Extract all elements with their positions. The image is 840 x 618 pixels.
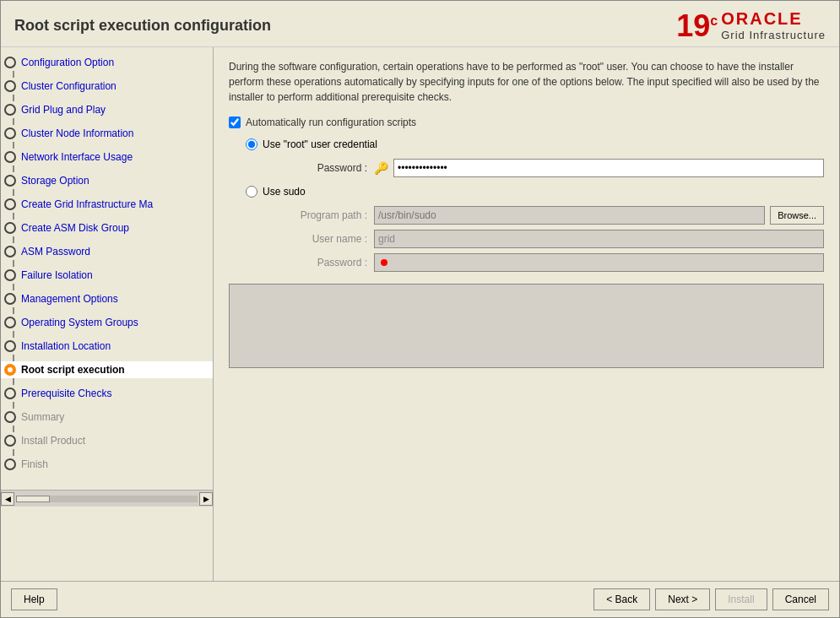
sidebar-connector: [13, 236, 14, 243]
sidebar-item-grid-plug-and-play[interactable]: Grid Plug and Play: [1, 101, 213, 118]
sidebar-dot: [4, 127, 16, 139]
sidebar-dot: [4, 269, 16, 281]
sidebar-item-operating-system-groups[interactable]: Operating System Groups: [1, 314, 213, 331]
program-path-input[interactable]: [374, 206, 765, 225]
sidebar-connector: [13, 402, 14, 409]
sidebar-dot: [4, 388, 16, 399]
content-area: During the software configuration, certa…: [214, 47, 839, 581]
sidebar-connector: [13, 142, 14, 149]
user-name-row: [374, 230, 824, 248]
main-content: Configuration Option Cluster Configurati…: [1, 47, 839, 581]
back-button[interactable]: < Back: [593, 588, 650, 610]
sidebar-item-cluster-node-information[interactable]: Cluster Node Information: [1, 125, 213, 142]
main-window: Root script execution configuration 19c …: [0, 0, 840, 618]
sidebar-connector: [13, 71, 14, 78]
program-path-label: Program path :: [266, 209, 367, 221]
sidebar-dot: [4, 80, 16, 92]
sidebar-item-configuration-option[interactable]: Configuration Option: [1, 54, 213, 71]
sidebar-item-network-interface-usage[interactable]: Network Interface Usage: [1, 149, 213, 165]
sidebar-item-installation-location[interactable]: Installation Location: [1, 338, 213, 355]
sidebar-dot: [4, 222, 16, 234]
sidebar-dot: [4, 317, 16, 328]
use-root-radio[interactable]: [246, 138, 257, 150]
sudo-password-input[interactable]: [374, 253, 824, 272]
sidebar-connector: [13, 284, 14, 290]
sidebar-dot: [4, 458, 16, 470]
sidebar-item-asm-password[interactable]: ASM Password: [1, 243, 213, 260]
sidebar-connector: [13, 426, 14, 432]
use-sudo-radio[interactable]: [246, 186, 257, 198]
radio-section: Use "root" user credential Password : 🔑 …: [246, 138, 824, 272]
sudo-password-label: Password :: [266, 257, 367, 268]
sidebar-item-label[interactable]: Grid Plug and Play: [21, 104, 106, 116]
sidebar-item-prerequisite-checks[interactable]: Prerequisite Checks: [1, 385, 213, 402]
use-sudo-radio-row: Use sudo: [246, 186, 824, 198]
sidebar-item-label[interactable]: Management Options: [21, 293, 118, 305]
sidebar-dot-active: [4, 364, 16, 376]
sidebar-connector: [13, 307, 14, 314]
sidebar-dot: [4, 151, 16, 163]
user-name-input[interactable]: [374, 230, 824, 248]
sudo-form-grid: Program path : Browse... User name : Pas…: [266, 206, 824, 272]
sidebar-item-label[interactable]: Create ASM Disk Group: [21, 222, 129, 234]
sidebar-dot: [4, 57, 16, 68]
use-root-label[interactable]: Use "root" user credential: [263, 138, 377, 150]
sidebar-item-create-asm-disk-group[interactable]: Create ASM Disk Group: [1, 220, 213, 236]
sidebar-item-label[interactable]: Prerequisite Checks: [21, 388, 111, 399]
sidebar-item-label[interactable]: Create Grid Infrastructure Ma: [21, 198, 153, 210]
password-input-row: 🔑: [374, 159, 824, 177]
sidebar-item-label[interactable]: Cluster Node Information: [21, 127, 133, 139]
use-sudo-label[interactable]: Use sudo: [263, 186, 306, 198]
sidebar-item-storage-option[interactable]: Storage Option: [1, 172, 213, 189]
sudo-password-row: [374, 253, 824, 272]
sidebar-connector: [13, 213, 14, 220]
sidebar-item-label[interactable]: Installation Location: [21, 340, 111, 352]
scroll-right-arrow[interactable]: ▶: [199, 492, 213, 506]
scroll-thumb[interactable]: [16, 496, 50, 502]
oracle-brand: ORACLE Grid Infrastructure: [721, 9, 826, 41]
sidebar-dot: [4, 293, 16, 305]
sidebar-dot: [4, 198, 16, 210]
sidebar-dot: [4, 104, 16, 116]
program-path-row: Browse...: [374, 206, 824, 225]
title-bar-left: Root script execution configuration: [14, 17, 271, 35]
sidebar-item-create-grid-infrastructure[interactable]: Create Grid Infrastructure Ma: [1, 196, 213, 213]
sidebar-item-label[interactable]: ASM Password: [21, 246, 90, 258]
sidebar-item-label-active: Root script execution: [21, 364, 125, 376]
sidebar-item-label[interactable]: Configuration Option: [21, 57, 114, 68]
browse-button[interactable]: Browse...: [770, 206, 824, 225]
sidebar-item-cluster-configuration[interactable]: Cluster Configuration: [1, 78, 213, 95]
cancel-button[interactable]: Cancel: [772, 588, 829, 610]
sidebar-item-label[interactable]: Cluster Configuration: [21, 80, 117, 92]
install-button[interactable]: Install: [715, 588, 767, 610]
sidebar-item-label[interactable]: Storage Option: [21, 175, 89, 187]
sidebar-item-failure-isolation[interactable]: Failure Isolation: [1, 267, 213, 284]
auto-run-label[interactable]: Automatically run configuration scripts: [246, 117, 416, 128]
sidebar-dot: [4, 175, 16, 187]
sidebar-scrollbar[interactable]: ◀ ▶: [1, 490, 213, 507]
oracle-logo: 19c ORACLE Grid Infrastructure: [676, 9, 826, 41]
sidebar-item-label[interactable]: Failure Isolation: [21, 269, 93, 281]
footer: Help < Back Next > Install Cancel: [1, 581, 839, 617]
root-password-input[interactable]: [393, 159, 824, 177]
scroll-track: [16, 496, 198, 502]
footer-left: Help: [11, 588, 57, 610]
sidebar-item-root-script-execution[interactable]: Root script execution: [1, 361, 213, 378]
sidebar-item-summary: Summary: [1, 409, 213, 426]
auto-checkbox-row: Automatically run configuration scripts: [229, 117, 824, 128]
sidebar-item-label[interactable]: Operating System Groups: [21, 317, 138, 328]
sidebar-connector: [13, 449, 14, 456]
sidebar: Configuration Option Cluster Configurati…: [1, 47, 214, 581]
root-password-grid: Password : 🔑: [266, 159, 824, 177]
next-button[interactable]: Next >: [655, 588, 710, 610]
sidebar-connector: [13, 331, 14, 338]
sidebar-item-management-options[interactable]: Management Options: [1, 290, 213, 307]
sidebar-connector: [13, 95, 14, 101]
auto-run-checkbox[interactable]: [229, 117, 241, 128]
sidebar-item-label[interactable]: Network Interface Usage: [21, 151, 133, 163]
help-button[interactable]: Help: [11, 588, 57, 610]
info-box: [229, 284, 824, 368]
scroll-left-arrow[interactable]: ◀: [1, 492, 14, 506]
description-text: During the software configuration, certa…: [229, 59, 824, 105]
sidebar-dot: [4, 435, 16, 447]
